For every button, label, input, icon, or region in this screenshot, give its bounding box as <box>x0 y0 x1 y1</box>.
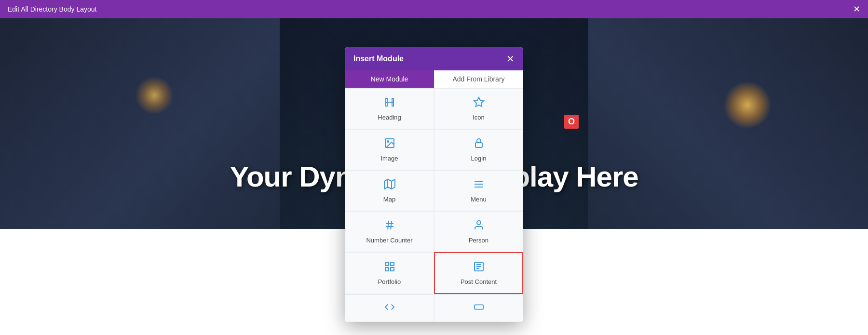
post-content-label: Post Content <box>461 278 497 285</box>
svg-rect-18 <box>385 268 389 271</box>
hero-section: O Your Dynam Display Here + + Insert Mod… <box>0 18 868 335</box>
svg-point-14 <box>477 221 481 225</box>
svg-marker-4 <box>384 179 395 189</box>
svg-line-12 <box>388 221 389 229</box>
modal-overlay: Insert Module ✕ New Module Add From Libr… <box>0 18 868 335</box>
module-grid: Heading Icon <box>345 88 523 294</box>
top-bar: Edit All Directory Body Layout ✕ <box>0 0 868 18</box>
module-image[interactable]: Image <box>345 129 434 170</box>
tab-add-from-library[interactable]: Add From Library <box>434 70 523 88</box>
map-label: Map <box>383 196 395 203</box>
module-code[interactable] <box>345 295 434 322</box>
module-post-content[interactable]: Post Content <box>434 252 523 294</box>
portfolio-label: Portfolio <box>378 278 401 285</box>
module-icon[interactable]: Icon <box>434 88 523 129</box>
placeholder-icon <box>474 302 484 315</box>
module-map[interactable]: Map <box>345 170 434 211</box>
svg-marker-0 <box>474 97 484 107</box>
image-label: Image <box>380 155 398 162</box>
svg-line-13 <box>391 221 392 229</box>
icon-label: Icon <box>473 114 485 121</box>
login-label: Login <box>471 155 487 162</box>
module-partial-row <box>345 294 523 322</box>
svg-rect-17 <box>391 268 394 271</box>
number-counter-label: Number Counter <box>366 237 412 244</box>
heading-label: Heading <box>378 114 401 121</box>
svg-point-2 <box>387 141 389 142</box>
image-icon <box>384 137 395 152</box>
top-bar-close-button[interactable]: ✕ <box>853 5 860 13</box>
post-content-icon <box>473 261 485 275</box>
modal-close-button[interactable]: ✕ <box>506 54 515 64</box>
tab-new-module[interactable]: New Module <box>345 70 434 88</box>
modal-tabs: New Module Add From Library <box>345 70 523 88</box>
insert-module-modal: Insert Module ✕ New Module Add From Libr… <box>345 47 523 322</box>
heading-icon <box>384 96 395 111</box>
module-heading[interactable]: Heading <box>345 88 434 129</box>
map-icon <box>384 178 395 193</box>
number-counter-icon <box>384 219 395 234</box>
module-number-counter[interactable]: Number Counter <box>345 211 434 252</box>
login-icon <box>473 137 485 152</box>
menu-label: Menu <box>471 196 487 203</box>
module-portfolio[interactable]: Portfolio <box>345 252 434 294</box>
portfolio-icon <box>384 261 395 275</box>
menu-icon <box>473 178 485 193</box>
svg-rect-23 <box>474 305 483 309</box>
icon-module-icon <box>473 96 485 111</box>
code-icon <box>384 302 395 315</box>
svg-rect-3 <box>475 143 482 147</box>
person-icon <box>473 219 485 234</box>
svg-rect-16 <box>391 262 394 266</box>
top-bar-title: Edit All Directory Body Layout <box>8 5 96 13</box>
modal-header: Insert Module ✕ <box>345 47 523 70</box>
module-placeholder[interactable] <box>434 295 523 322</box>
module-menu[interactable]: Menu <box>434 170 523 211</box>
person-label: Person <box>469 237 488 244</box>
module-person[interactable]: Person <box>434 211 523 252</box>
module-login[interactable]: Login <box>434 129 523 170</box>
svg-rect-15 <box>385 262 389 266</box>
modal-title: Insert Module <box>353 54 404 63</box>
